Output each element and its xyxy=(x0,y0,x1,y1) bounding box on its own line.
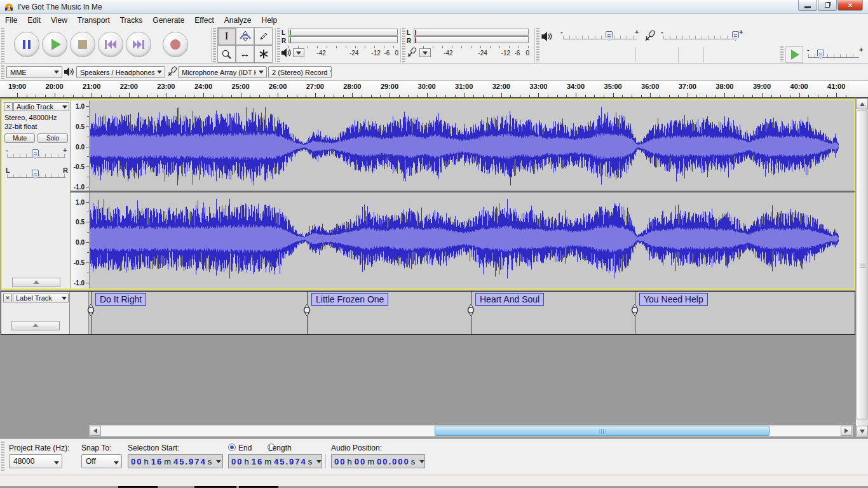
multi-tool-button[interactable] xyxy=(254,45,273,63)
track-label[interactable]: Heart And Soul xyxy=(475,293,544,306)
time-shift-tool-button[interactable]: ↔ xyxy=(236,45,254,63)
recording-meter-grip[interactable] xyxy=(402,28,405,62)
snap-to-dropdown[interactable]: Off xyxy=(81,454,122,468)
playback-meter-grip[interactable] xyxy=(277,28,280,62)
length-radio-label[interactable]: Length xyxy=(268,444,292,452)
selection-tool-button[interactable]: I xyxy=(217,27,236,45)
play-button[interactable] xyxy=(42,32,67,57)
vertical-scroll-thumb[interactable] xyxy=(857,111,867,419)
label-marker-icon[interactable] xyxy=(86,304,95,316)
end-seconds[interactable]: 45.974 xyxy=(274,457,307,466)
scroll-left-button[interactable] xyxy=(90,426,101,436)
end-hours[interactable]: 00 xyxy=(231,457,243,466)
pos-hours[interactable]: 00 xyxy=(334,457,346,466)
audio-track-close-button[interactable]: ✕ xyxy=(4,102,13,111)
scroll-down-button[interactable] xyxy=(856,426,868,437)
end-minutes[interactable]: 16 xyxy=(252,457,263,466)
menu-item-analyze[interactable]: Analyze xyxy=(219,14,257,27)
end-radio[interactable] xyxy=(228,444,236,451)
mixer-toolbar-grip[interactable] xyxy=(536,28,539,44)
horizontal-scroll-thumb[interactable] xyxy=(435,426,770,436)
audio-track-collapse-button[interactable] xyxy=(12,278,60,287)
audio-host-dropdown[interactable]: MME xyxy=(6,66,62,78)
dropdown-arrow-icon[interactable] xyxy=(214,458,222,466)
audio-position-field[interactable]: 00h 00m 00.000s xyxy=(331,454,425,468)
selection-end-field[interactable]: 00h 16m 45.974s xyxy=(228,454,322,468)
dropdown-arrow-icon xyxy=(154,68,165,76)
recording-channels-dropdown[interactable]: 2 (Stereo) Record xyxy=(268,66,332,78)
meter-right-label: R xyxy=(281,37,286,44)
meter-right-label: R xyxy=(407,37,411,44)
scroll-right-button[interactable] xyxy=(841,426,852,436)
recording-volume-slider[interactable] xyxy=(663,36,737,39)
end-radio-label[interactable]: End xyxy=(238,444,252,452)
restore-button[interactable] xyxy=(818,0,837,11)
play-at-speed-grip[interactable] xyxy=(780,46,783,62)
vertical-ruler: 1.00.50.0-0.5-1.01.00.50.0-0.5-1.0 xyxy=(71,100,90,288)
record-button[interactable] xyxy=(163,32,188,57)
menu-item-help[interactable]: Help xyxy=(257,14,283,27)
recording-meter-toolbar[interactable]: L R -42-24-12-60 xyxy=(407,28,531,62)
ruler-tick xyxy=(36,95,36,97)
label-marker-icon[interactable] xyxy=(302,304,311,316)
title-bar[interactable]: I've Got The Music In Me ✕ xyxy=(0,0,868,14)
project-rate-dropdown[interactable]: 48000 xyxy=(9,454,62,468)
dropdown-arrow-icon[interactable] xyxy=(315,458,323,466)
menu-item-view[interactable]: View xyxy=(46,14,72,27)
menu-item-effect[interactable]: Effect xyxy=(189,14,219,27)
mute-button[interactable]: Mute xyxy=(4,133,35,143)
timeline-ruler[interactable]: 19:0020:0021:0022:0023:0024:0025:0026:00… xyxy=(0,81,868,98)
playback-meter-dropdown[interactable] xyxy=(293,48,304,57)
label-marker-icon[interactable] xyxy=(466,304,475,316)
waveform-channel-right[interactable] xyxy=(90,193,854,285)
track-label[interactable]: You Need Help xyxy=(639,293,708,306)
menu-item-tracks[interactable]: Tracks xyxy=(115,14,148,27)
menu-item-transport[interactable]: Transport xyxy=(72,14,115,27)
recording-meter-dropdown[interactable] xyxy=(419,48,431,57)
menu-item-file[interactable]: File xyxy=(0,14,22,27)
zoom-tool-button[interactable] xyxy=(217,45,236,63)
waveform-channel-left[interactable] xyxy=(90,102,854,191)
dropdown-arrow-icon[interactable] xyxy=(417,458,426,466)
skip-to-start-button[interactable] xyxy=(98,32,123,57)
track-label[interactable]: Do It Right xyxy=(95,293,146,306)
project-rate-label: Project Rate (Hz): xyxy=(9,444,69,452)
minimize-button[interactable] xyxy=(798,0,817,11)
recording-device-dropdown[interactable]: Microphone Array (IDT High D xyxy=(178,66,267,78)
stop-button[interactable] xyxy=(70,32,95,57)
pause-button[interactable] xyxy=(14,32,39,57)
playback-volume-plus: + xyxy=(635,28,639,36)
start-hours[interactable]: 00 xyxy=(131,457,142,466)
playback-volume-slider[interactable] xyxy=(563,36,637,39)
audio-track-menu[interactable]: Audio Track xyxy=(13,102,69,111)
play-at-speed-button[interactable] xyxy=(785,46,803,63)
edit-toolbar-grip[interactable] xyxy=(536,46,539,62)
vertical-scrollbar[interactable] xyxy=(856,98,868,437)
tools-toolbar-grip[interactable] xyxy=(213,28,216,62)
selection-start-field[interactable]: 00h 16m 45.974s xyxy=(128,454,223,468)
horizontal-scrollbar[interactable] xyxy=(89,425,853,437)
play-at-speed-slider[interactable] xyxy=(808,54,859,58)
scroll-up-button[interactable] xyxy=(856,98,868,109)
selection-toolbar-grip[interactable] xyxy=(1,442,4,472)
envelope-tool-button[interactable] xyxy=(236,27,254,45)
track-label[interactable]: Little Frozen One xyxy=(311,293,388,306)
unit-s: s xyxy=(208,457,212,466)
speed-slider-plus: + xyxy=(859,46,863,53)
device-toolbar-grip[interactable] xyxy=(1,65,4,79)
menu-item-generate[interactable]: Generate xyxy=(147,14,189,27)
playback-meter-toolbar[interactable]: L R -42-24-12-60 xyxy=(281,28,400,62)
pos-minutes[interactable]: 00 xyxy=(355,457,366,466)
solo-button[interactable]: Solo xyxy=(37,133,68,143)
close-button[interactable]: ✕ xyxy=(837,0,863,11)
skip-to-end-button[interactable] xyxy=(126,32,151,57)
transport-toolbar-grip[interactable] xyxy=(1,28,4,62)
playback-device-dropdown[interactable]: Speakers / Headphones (IDT H xyxy=(76,66,165,78)
start-minutes[interactable]: 16 xyxy=(151,457,163,466)
label-marker-icon[interactable] xyxy=(630,304,639,316)
menu-item-edit[interactable]: Edit xyxy=(22,14,46,27)
draw-tool-button[interactable] xyxy=(254,27,273,45)
meter-db-label: -42 xyxy=(316,50,325,57)
pos-seconds[interactable]: 00.000 xyxy=(377,457,410,466)
start-seconds[interactable]: 45.974 xyxy=(173,457,207,466)
